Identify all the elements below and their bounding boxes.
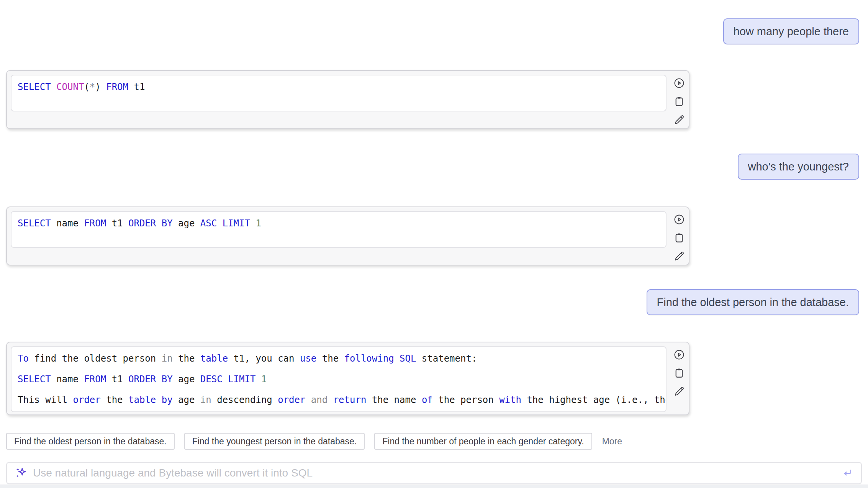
- sql-code-line: To find the oldest person in the table t…: [18, 352, 660, 365]
- user-message-bubble: how many people there: [723, 18, 859, 44]
- suggestion-row: Find the oldest person in the database.F…: [6, 433, 868, 450]
- suggestion-chip[interactable]: Find the youngest person in the database…: [184, 433, 365, 450]
- assistant-sql-message: SELECT name FROM t1 ORDER BY age ASC LIM…: [6, 206, 689, 265]
- sql-code-line: SELECT COUNT(*) FROM t1: [18, 81, 660, 93]
- clipboard-icon[interactable]: [673, 95, 685, 108]
- play-circle-icon[interactable]: [673, 213, 685, 226]
- play-circle-icon[interactable]: [673, 77, 685, 89]
- pencil-icon[interactable]: [673, 250, 685, 262]
- assistant-sql-message: SELECT COUNT(*) FROM t1: [6, 70, 689, 129]
- user-message-bubble: Find the oldest person in the database.: [647, 289, 859, 315]
- clipboard-icon[interactable]: [673, 367, 685, 379]
- sql-editor-surface[interactable]: SELECT name FROM t1 ORDER BY age ASC LIM…: [11, 211, 667, 248]
- sparkles-ai-icon: [15, 467, 28, 480]
- suggestion-chip[interactable]: Find the oldest person in the database.: [6, 433, 175, 450]
- sql-editor-surface[interactable]: SELECT COUNT(*) FROM t1: [11, 75, 667, 111]
- suggestion-chip[interactable]: Find the number of people in each gender…: [374, 433, 592, 450]
- user-message-bubble: who's the youngest?: [738, 154, 860, 180]
- ai-sql-chat-panel: how many people thereSELECT COUNT(*) FRO…: [0, 0, 868, 488]
- more-suggestions-button[interactable]: More: [602, 436, 622, 447]
- clipboard-icon[interactable]: [673, 232, 685, 244]
- sql-code-line: SELECT name FROM t1 ORDER BY age DESC LI…: [18, 373, 660, 385]
- sql-code-line: This will order the table by age in desc…: [18, 394, 660, 406]
- sql-action-stack: [673, 213, 685, 262]
- pencil-icon[interactable]: [673, 114, 685, 126]
- play-circle-icon[interactable]: [673, 349, 685, 361]
- sql-action-stack: [673, 77, 685, 126]
- nl2sql-composer: [6, 462, 862, 484]
- sql-action-stack: [673, 349, 685, 398]
- sql-editor-surface[interactable]: To find the oldest person in the table t…: [11, 346, 667, 412]
- assistant-sql-message: To find the oldest person in the table t…: [6, 342, 689, 415]
- return-submit-icon[interactable]: [841, 467, 853, 479]
- nl2sql-input[interactable]: [33, 467, 841, 479]
- chat-thread: how many people thereSELECT COUNT(*) FRO…: [0, 0, 868, 415]
- bottom-panel-edge: [0, 485, 868, 488]
- pencil-icon[interactable]: [673, 385, 685, 398]
- sql-code-line: SELECT name FROM t1 ORDER BY age ASC LIM…: [18, 217, 660, 229]
